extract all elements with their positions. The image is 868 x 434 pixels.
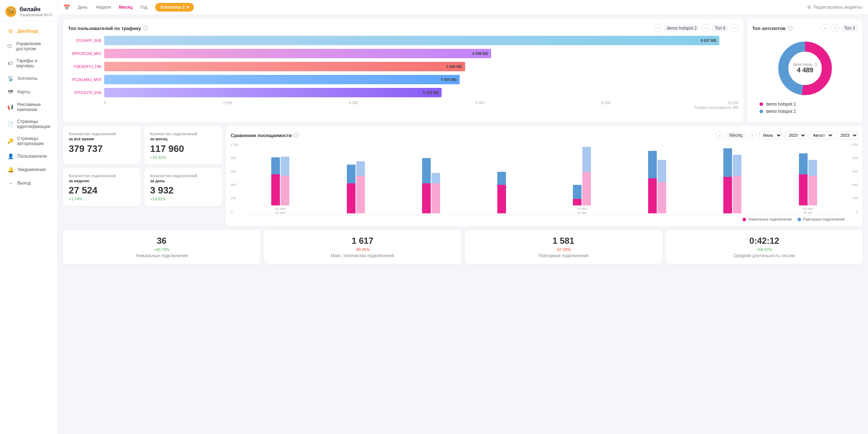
month1-select[interactable]: Июль (759, 131, 782, 139)
bar-unique-2 (356, 176, 365, 213)
bar-label: PCZKLMAU_MV9 (68, 78, 104, 82)
y-axis-labels: 1 000 800 600 400 200 0 (231, 143, 242, 213)
bar-repeat-2 (658, 160, 666, 182)
bar-repeat-1 (271, 157, 280, 174)
auth-icon: 🔑 (7, 138, 13, 144)
comparison-prev[interactable]: ‹ (716, 131, 724, 139)
bar-fill: 5 319 МБ (104, 88, 442, 97)
bottom-label-max: Макс. количество подключений (270, 253, 456, 258)
sidebar-item-ident[interactable]: 📄 Страницы идентификации (2, 116, 55, 132)
bar-row: PCZKLMAU_MV95 604 МБ (68, 75, 739, 84)
brand-sub: Управляемый Wi-Fi (20, 13, 52, 17)
comparison-header: Сравнение посещаемости i ‹ Месяц › Июль … (231, 131, 858, 139)
sidebar-item-hotspots[interactable]: 📡 Хотспоты (2, 72, 55, 85)
month2-select[interactable]: Август (809, 131, 834, 139)
bar-row: 2YUXHFF_0UB9 697 МБ (68, 36, 739, 45)
stats-row-top: Количество подключений за всё время 379 … (63, 126, 222, 165)
bar-track: 6 098 МБ (104, 49, 739, 58)
comparison-controls: ‹ Месяц › Июль 2023 Август 20 (716, 131, 858, 139)
top-row: Топ пользователей по трафику i ‹ demo ho… (63, 19, 863, 123)
bottom-card-session: 0:42:12 +58.97% Средняя длительность сес… (666, 230, 863, 264)
bar-group: 30 июн 31 июл (243, 157, 317, 215)
tag-icon: 🏷 (7, 60, 13, 67)
sidebar-item-label: Тарифы и ваучеры (16, 58, 50, 68)
comparison-next[interactable]: › (748, 131, 756, 139)
bar-group-label: 30 июн 31 июл (275, 207, 286, 215)
legend-label-1: demo hotspot 2 (766, 109, 796, 114)
legend-item-1: demo hotspot 2 (760, 109, 851, 114)
bar-group (695, 148, 769, 215)
stat-card-month: Количество подключений за месяц 117 960 … (144, 126, 222, 165)
donut-center-value: 4 489 (793, 67, 817, 74)
bottom-value-repeat: 1 581 (471, 236, 656, 246)
bar-repeat-2 (281, 157, 289, 175)
sidebar-item-label: Пользователи (17, 154, 47, 159)
sidebar-item-auth[interactable]: 🔑 Страницы авторизации (2, 133, 55, 149)
traffic-panel-title: Топ пользователей по трафику i (68, 26, 148, 31)
legend-repeat-label: Повторные подключения (803, 217, 845, 221)
stat-value-day: 3 932 (150, 185, 216, 196)
sidebar-item-logout[interactable]: → Выход (2, 176, 55, 190)
bottom-label-repeat: Повторные подключения (471, 253, 656, 258)
traffic-prev-button[interactable]: ‹ (654, 24, 662, 32)
bar-row: P3ESERTU_F865 688 МБ (68, 62, 739, 71)
bar-fill: 6 098 МБ (104, 49, 491, 58)
traffic-panel-header: Топ пользователей по трафику i ‹ demo ho… (68, 24, 739, 32)
bar-group: 14 июл 14 авг (545, 147, 619, 215)
grouped-bars: 30 июн 31 июл14 июл 14 авг28 июл 28 авг (243, 143, 845, 215)
legend-dot-1 (760, 110, 763, 113)
bar-group (319, 161, 392, 215)
donut-center-info: demo hotsp...1 4 489 (793, 63, 817, 74)
year1-select[interactable]: 2023 (785, 131, 806, 139)
hotspot-filter-button[interactable]: Хотспоты 2 ▾ (155, 3, 194, 12)
sidebar-item-users[interactable]: 👤 Пользователи (2, 150, 55, 163)
stat-label-alltime: Количество подключений за всё время (69, 131, 135, 142)
traffic-next-button[interactable]: › (702, 24, 710, 32)
bar-repeat-1 (422, 158, 431, 183)
stat-card-week: Количество подключений за неделю 27 524 … (63, 168, 141, 207)
traffic-nav-label: demo hotspot 2 (664, 25, 700, 31)
sidebar-item-notifications[interactable]: 🔔 Уведомления (2, 163, 55, 176)
hotspot-prev-button[interactable]: ‹ (821, 24, 829, 32)
stat-card-alltime: Количество подключений за всё время 379 … (63, 126, 141, 165)
bottom-label-session: Средняя длительность сессии (672, 253, 858, 258)
period-month[interactable]: Месяц (115, 3, 136, 11)
bar-repeat-1 (497, 172, 506, 185)
traffic-top-next-button[interactable]: › (731, 24, 739, 32)
bar-repeat-1 (347, 165, 356, 183)
bar-label: 9TFD2UT0_EH6 (68, 91, 104, 95)
dashboard-icon: ⊙ (7, 28, 14, 34)
year2-select[interactable]: 2023 (837, 131, 858, 139)
bar-unique-2 (431, 183, 440, 213)
period-week[interactable]: Неделя (92, 3, 115, 11)
legend-repeat-dot (797, 218, 801, 221)
hotspot-info-icon[interactable]: i (787, 26, 792, 31)
bar-repeat-1 (573, 185, 582, 199)
bar-unique-1 (347, 183, 356, 213)
traffic-info-icon[interactable]: i (143, 26, 148, 31)
comparison-info-icon[interactable]: i (294, 133, 299, 138)
sidebar-item-label: Выход (17, 180, 31, 186)
hotspot-next-button[interactable]: › (831, 24, 839, 32)
sidebar-item-campaigns[interactable]: 📢 Рекламные кампании (2, 99, 55, 115)
bar-label: 2YUXHFF_0UB (68, 39, 104, 43)
bar-group: 28 июл 28 авг (771, 153, 845, 215)
edit-widgets-button[interactable]: ⚙ Редактировать виджеты (807, 5, 862, 10)
sidebar-item-maps[interactable]: 🗺 Карты (2, 85, 55, 98)
hotspot-panel: Топ хотспотов i ‹ › Топ 3 (747, 19, 863, 123)
svg-text:🐝: 🐝 (7, 8, 14, 15)
comparison-panel: Сравнение посещаемости i ‹ Месяц › Июль … (226, 126, 863, 226)
sidebar-item-access[interactable]: 🛡 Управление доступом (2, 38, 55, 55)
legend-unique-dot (743, 218, 746, 221)
donut-legend: demo hotspot 1 demo hotspot 2 (752, 102, 858, 114)
sidebar-item-label: Уведомления (17, 167, 46, 172)
period-year[interactable]: Год (137, 3, 151, 11)
bar-unique-1 (573, 199, 582, 205)
content-area: Топ пользователей по трафику i ‹ demo ho… (58, 15, 868, 434)
sidebar-item-tariffs[interactable]: 🏷 Тарифы и ваучеры (2, 55, 55, 72)
y-label-400: 400 (231, 183, 242, 187)
sidebar-item-dashboard[interactable]: ⊙ Дашборд (2, 25, 55, 38)
period-selector: День Неделя Месяц Год (74, 3, 151, 11)
legend-dot-0 (760, 102, 763, 106)
period-day[interactable]: День (74, 3, 92, 11)
